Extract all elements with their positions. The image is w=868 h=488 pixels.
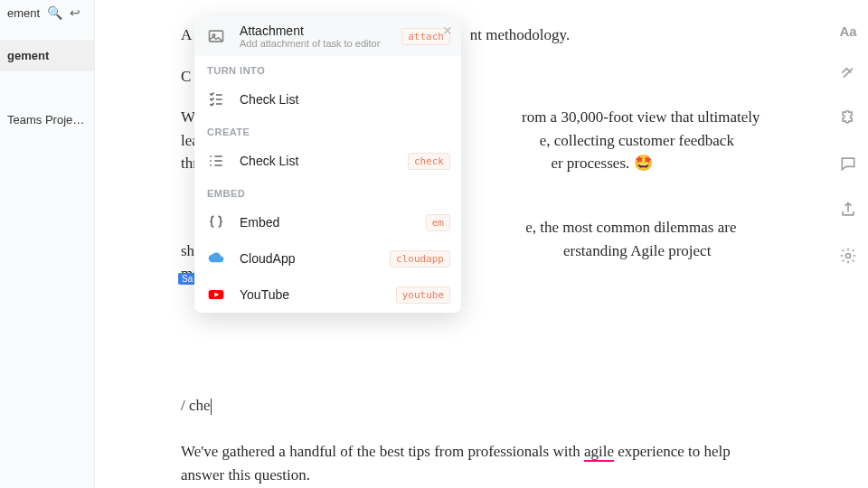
popup-item-turninto-checklist[interactable]: Check List — [194, 81, 461, 117]
text: A — [181, 26, 191, 43]
sidebar-header: ement 🔍 ↩ — [0, 0, 94, 25]
close-icon[interactable]: × — [442, 22, 452, 41]
popup-item-youtube[interactable]: YouTube youtube — [194, 277, 461, 313]
text: We've gathered a handful of the best tip… — [181, 443, 584, 460]
sidebar-header-label: ement — [7, 6, 40, 20]
popup-item-create-checklist[interactable]: Check List check — [194, 143, 461, 179]
popup-group-header: CREATE — [194, 117, 461, 143]
popup-item-subtitle: Add attachment of task to editor — [240, 38, 389, 49]
popup-item-title: YouTube — [240, 287, 383, 302]
popup-item-title: Attachment — [240, 23, 389, 38]
edit-icon[interactable] — [839, 62, 857, 85]
checklist-icon — [205, 150, 227, 172]
chat-icon[interactable] — [839, 155, 857, 177]
share-icon[interactable] — [839, 201, 857, 223]
youtube-icon — [205, 284, 227, 305]
popup-item-title: CloudApp — [240, 251, 377, 266]
popup-item-shortcut: check — [408, 153, 450, 170]
popup-group-header: EMBED — [194, 179, 461, 204]
popup-item-title: Embed — [240, 215, 413, 230]
popup-item-embed[interactable]: Embed em — [194, 204, 461, 240]
popup-item-title: Check List — [240, 92, 450, 107]
text: nt methodology. — [470, 26, 570, 43]
image-icon — [205, 25, 227, 47]
paragraph: We've gathered a handful of the best tip… — [181, 440, 778, 486]
sidebar: ement 🔍 ↩ gement Teams Project... — [0, 0, 95, 488]
sidebar-item-management[interactable]: gement — [0, 40, 94, 71]
svg-point-12 — [846, 254, 851, 258]
return-icon[interactable]: ↩ — [70, 5, 80, 20]
spellcheck-underline[interactable]: agile — [584, 443, 614, 462]
checklist-icon — [205, 89, 227, 110]
font-icon[interactable]: Aa — [839, 23, 856, 39]
popup-item-shortcut: cloudapp — [390, 250, 450, 267]
cloud-icon — [205, 248, 227, 269]
braces-icon — [205, 211, 227, 233]
popup-group-header: TURN INTO — [194, 56, 461, 81]
popup-item-title: Check List — [240, 154, 395, 168]
search-icon[interactable]: 🔍 — [47, 5, 62, 20]
gear-icon[interactable] — [839, 247, 857, 269]
popup-item-cloudapp[interactable]: CloudApp cloudapp — [194, 240, 461, 277]
text-cursor — [211, 399, 212, 415]
popup-item-attachment[interactable]: Attachment Add attachment of task to edi… — [194, 16, 461, 56]
slash-command-popup: × Attachment Add attachment of task to e… — [194, 16, 461, 313]
puzzle-icon[interactable] — [839, 108, 857, 131]
popup-item-shortcut: em — [426, 214, 450, 231]
sidebar-item-teams-project[interactable]: Teams Project... — [0, 104, 94, 136]
slash-command-input[interactable]: / che — [181, 397, 778, 415]
popup-list[interactable]: Attachment Add attachment of task to edi… — [194, 16, 461, 313]
right-rail: Aa — [828, 0, 868, 269]
text: / che — [181, 397, 211, 414]
popup-item-shortcut: youtube — [396, 286, 450, 304]
